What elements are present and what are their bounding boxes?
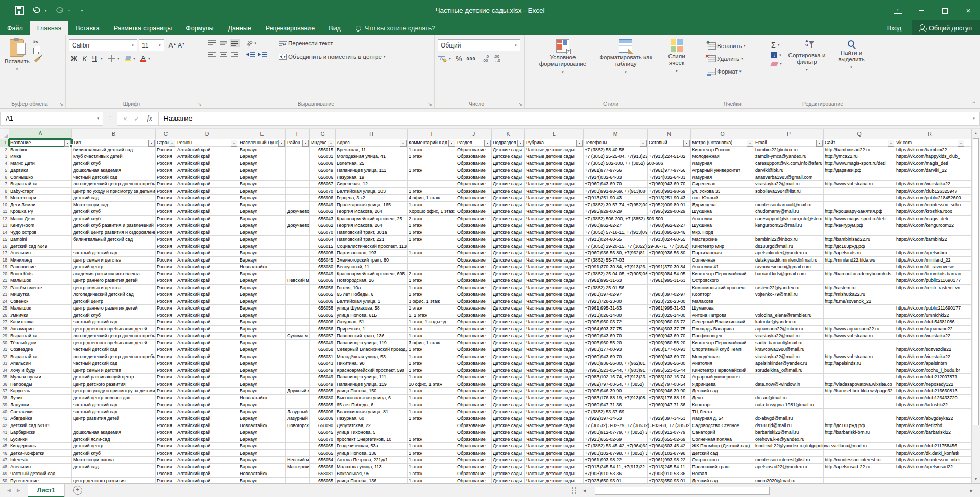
cell-C24[interactable]: Россия	[156, 298, 176, 305]
cell-G8[interactable]: 656070	[310, 188, 336, 195]
cell-B40[interactable]: частный детский сад	[72, 409, 156, 416]
cell-F11[interactable]: Докучаево	[286, 208, 310, 216]
cell-A20[interactable]: Boom Kids	[9, 271, 72, 278]
cell-D23[interactable]: Алтайский край	[176, 291, 238, 298]
filter-button[interactable]: ▼	[448, 140, 455, 147]
cell-N32[interactable]: +7(960)943-69-70	[648, 353, 691, 361]
cell-F22[interactable]	[286, 285, 310, 292]
cell-R32[interactable]: https://vk.com/virastaika22	[895, 353, 965, 361]
cell-D30[interactable]: Алтайский край	[176, 340, 238, 347]
cell-P5[interactable]: darviki@bk.ru	[754, 167, 824, 174]
cell-A3[interactable]: Имка	[9, 153, 72, 160]
cell-I40[interactable]: 1 этаж	[408, 409, 456, 416]
cell-J39[interactable]: Образование	[456, 401, 492, 409]
cell-J15[interactable]: Образование	[456, 236, 492, 243]
cell-H1[interactable]: Адрес▼	[336, 139, 408, 147]
cell-L29[interactable]: Частные детские сады	[525, 333, 584, 340]
cell-C25[interactable]: Россия	[156, 305, 176, 312]
cell-D32[interactable]: Алтайский край	[176, 353, 238, 361]
cell-A33[interactable]: Апельсин	[9, 360, 72, 367]
cell-E7[interactable]: Барнаул	[238, 181, 286, 188]
cell-E34[interactable]: Барнаул	[238, 367, 286, 374]
cell-A43[interactable]: Барбариски	[9, 429, 72, 436]
tab-file[interactable]: Файл	[0, 21, 30, 35]
cell-F15[interactable]	[286, 236, 310, 243]
font-dialog-launcher[interactable]: ↘	[198, 102, 202, 107]
cell-A12[interactable]: Магис Дети	[9, 216, 72, 223]
cell-M11[interactable]: +7(995)929-00-29	[584, 208, 648, 216]
cell-C28[interactable]: Россия	[156, 326, 176, 333]
cell-M32[interactable]: +7(960)943-69-70	[584, 353, 648, 361]
cell-L48[interactable]: Частные детские сады	[525, 464, 584, 471]
cell-D2[interactable]: Алтайский край	[176, 147, 238, 154]
filter-button[interactable]: ▼	[278, 140, 285, 147]
collapse-ribbon-icon[interactable]: ⌃	[972, 101, 976, 106]
cell-R3[interactable]: https://vk.com/happykids_club_	[895, 153, 965, 160]
cell-O8[interactable]: ул. Ускова 33	[691, 188, 754, 195]
cell-H28[interactable]: Приречная, 1	[336, 326, 408, 333]
cell-L41[interactable]: Частные детские сады	[525, 415, 584, 422]
cell-J31[interactable]: Образование	[456, 346, 492, 353]
cell-C8[interactable]: Россия	[156, 188, 176, 195]
cell-Q22[interactable]: http://rastem.ru	[824, 285, 895, 292]
cell-A22[interactable]: Растём вместе	[9, 285, 72, 292]
cell-B30[interactable]: центр дневного пребывания детей	[72, 340, 156, 347]
cell-R24[interactable]	[895, 298, 965, 305]
row-number-1[interactable]: 1	[0, 139, 9, 147]
cell-L4[interactable]: Частные детские сады	[525, 160, 584, 168]
cell-C6[interactable]: Россия	[156, 174, 176, 181]
cell-A18[interactable]: Минилэнд	[9, 257, 72, 264]
cell-P32[interactable]: virastayka22@mail.ru	[754, 353, 824, 361]
cell-E13[interactable]: Барнаул	[238, 222, 286, 229]
cell-G19[interactable]: 658080	[310, 264, 336, 271]
cell-Q6[interactable]	[824, 174, 895, 181]
cell-L5[interactable]: Частные детские сады	[525, 167, 584, 174]
cell-F36[interactable]	[286, 381, 310, 388]
cell-K13[interactable]: Детские сады	[492, 222, 525, 229]
cell-B4[interactable]: детский клуб	[72, 160, 156, 168]
cell-L26[interactable]: Частные детские сады	[525, 312, 584, 319]
cell-B41[interactable]: центр развития детей	[72, 415, 156, 422]
cell-K39[interactable]: Детские сады	[492, 401, 525, 409]
cell-Q10[interactable]	[824, 202, 895, 209]
cell-A50[interactable]: Путешествие	[9, 478, 72, 484]
cell-M1[interactable]: Телефоны▼	[584, 139, 648, 147]
cell-L38[interactable]: Частные детские сады	[525, 395, 584, 402]
cell-N33[interactable]: +7(960)936-56-80	[648, 360, 691, 367]
cell-M43[interactable]: +7(903)912-07-79, +7 (3852) 2	[584, 429, 648, 436]
cell-K20[interactable]: Детские сады	[492, 271, 525, 278]
cell-M5[interactable]: +7(961)977-97-56	[584, 167, 648, 174]
cell-C43[interactable]: Россия	[156, 429, 176, 436]
cell-I30[interactable]: 3 офис, 1 этаж	[408, 340, 456, 347]
cell-J24[interactable]: Образование	[456, 298, 492, 305]
cell-L21[interactable]: Частные детские сады	[525, 277, 584, 285]
cell-C9[interactable]: Россия	[156, 195, 176, 202]
cell-Q49[interactable]	[824, 470, 895, 478]
cell-L20[interactable]: Частные детские сады	[525, 271, 584, 278]
cell-L14[interactable]: Частные детские сады	[525, 229, 584, 236]
cell-F4[interactable]	[286, 160, 310, 168]
orientation-dropdown-icon[interactable]: ▼	[254, 42, 257, 45]
cell-I17[interactable]: 1 этаж	[408, 250, 456, 257]
cell-A19[interactable]: Равновесие	[9, 264, 72, 271]
cell-R35[interactable]: https://vk.com/club212007871	[895, 374, 965, 381]
cell-H14[interactable]: Павловский тракт, 301а	[336, 229, 408, 236]
row-number-37[interactable]: 37	[0, 388, 9, 395]
cell-P16[interactable]: ds183rgd@mail.ru	[754, 243, 824, 250]
filter-button[interactable]: ▼	[64, 140, 71, 147]
cell-L13[interactable]: Частные детские сады	[525, 222, 584, 229]
cell-C12[interactable]: Россия	[156, 216, 176, 223]
vertical-scrollbar[interactable]: ▲ ▼	[971, 129, 980, 483]
cell-P15[interactable]: bambini22@inbox.ru	[754, 236, 824, 243]
cell-I4[interactable]	[408, 160, 456, 168]
cell-E21[interactable]: Барнаул	[238, 277, 286, 285]
cell-B27[interactable]: частный детский сад	[72, 319, 156, 326]
cell-C11[interactable]: Россия	[156, 208, 176, 216]
column-header-E[interactable]: E	[238, 129, 286, 139]
cell-C27[interactable]: Россия	[156, 319, 176, 326]
format-as-table-button[interactable]: Форматировать как таблицу▼	[593, 37, 658, 99]
cell-O17[interactable]: Партизанская	[691, 250, 754, 257]
cell-J1[interactable]: Раздел▼	[456, 139, 492, 147]
accounting-format-icon[interactable]	[438, 56, 447, 62]
cell-J32[interactable]: Образование	[456, 353, 492, 361]
